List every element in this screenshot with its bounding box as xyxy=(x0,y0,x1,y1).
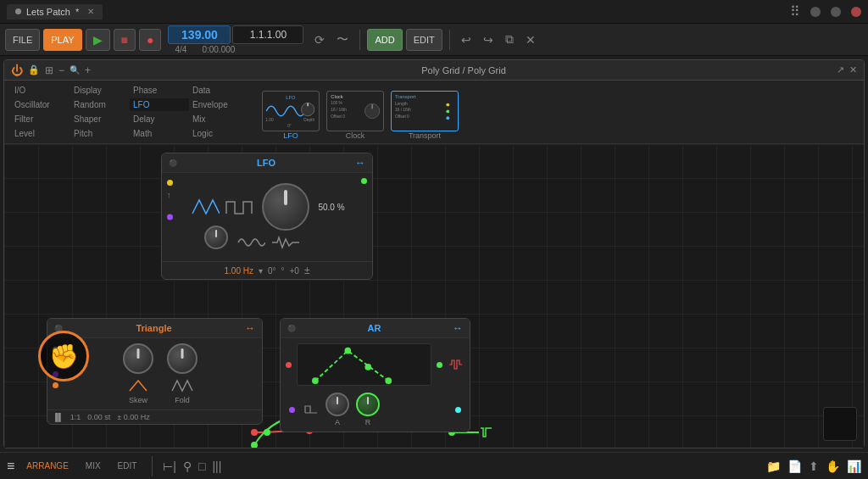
triangle-wave-icon[interactable] xyxy=(189,197,220,217)
fold-knob[interactable] xyxy=(167,343,198,374)
status-loop-icon[interactable]: □ xyxy=(198,460,205,473)
play-mode-button[interactable]: PLAY xyxy=(43,29,81,51)
nav-shaper[interactable]: Shaper xyxy=(70,113,130,125)
close-button[interactable] xyxy=(851,7,861,17)
custom-wave-icon[interactable] xyxy=(269,232,299,253)
lfo-hz-value[interactable]: 1.00 Hz xyxy=(224,266,253,276)
nav-io[interactable]: I/O xyxy=(11,84,70,97)
status-folder-icon[interactable]: 📁 xyxy=(766,460,781,473)
nav-random[interactable]: Random xyxy=(70,98,130,111)
record-button[interactable]: ● xyxy=(139,29,161,51)
wave-icon[interactable]: 〜 xyxy=(332,30,353,50)
lfo-depth-knob[interactable] xyxy=(262,183,309,231)
tri-connector-orange[interactable] xyxy=(53,382,58,388)
copy-button[interactable]: ⧉ xyxy=(501,30,518,49)
nav-display[interactable]: Display xyxy=(70,84,130,97)
add-button[interactable]: ADD xyxy=(367,29,402,51)
nav-data[interactable]: Data xyxy=(189,84,248,97)
status-hand-icon[interactable]: ✋ xyxy=(826,460,840,473)
ar-module-arrow[interactable]: ↔ xyxy=(453,322,463,334)
nav-oscillator[interactable]: Oscillator xyxy=(11,98,70,111)
status-doc-icon[interactable]: 📄 xyxy=(787,460,802,473)
zoom-in-button[interactable]: + xyxy=(85,64,91,76)
status-link-icon[interactable]: ⚲ xyxy=(183,460,192,473)
app-tab[interactable]: Lets Patch * ✕ xyxy=(7,4,103,19)
undo-button[interactable]: ↩ xyxy=(457,31,476,49)
maximize-button[interactable] xyxy=(831,7,841,17)
tempo-display[interactable]: 139.00 xyxy=(168,25,231,44)
lfo-connector-yellow[interactable] xyxy=(167,180,173,186)
power-button[interactable]: ⏻ xyxy=(11,64,23,77)
clock-thumbnail-group[interactable]: Clock 100 % 16 / 16th Offset 0 Clock xyxy=(326,91,384,140)
edit-button[interactable]: EDIT xyxy=(406,29,442,51)
transport-thumbnail-group[interactable]: Transport Length 16 / 16th Offset 0 Tran… xyxy=(391,91,459,140)
time-display: 0:00.000 xyxy=(195,45,242,54)
tri-ratio[interactable]: 1:1 xyxy=(70,413,81,421)
lfo-module-arrow[interactable]: ↔ xyxy=(355,157,365,169)
loop-icon[interactable]: ⟳ xyxy=(310,31,329,49)
lfo-small-knob-wrapper[interactable] xyxy=(204,226,228,249)
edit-tab[interactable]: EDIT xyxy=(113,460,142,472)
status-grid-icon[interactable]: ||| xyxy=(212,460,221,473)
lfo-thumbnail-group[interactable]: LFO 1.00 0° Depth LFO xyxy=(262,91,320,140)
transport-thumbnail[interactable]: Transport Length 16 / 16th Offset 0 xyxy=(391,91,459,131)
plugin-expand-button[interactable]: ↗ xyxy=(837,64,844,75)
lfo-connector-purple[interactable] xyxy=(167,214,173,220)
nav-delay[interactable]: Delay xyxy=(130,113,189,125)
nav-lfo[interactable]: LFO xyxy=(130,98,189,111)
zoom-out-button[interactable]: − xyxy=(58,64,64,76)
attack-knob[interactable] xyxy=(326,393,349,416)
stop-button[interactable]: ■ xyxy=(114,29,136,51)
nav-math[interactable]: Math xyxy=(130,127,189,140)
tab-label: Lets Patch xyxy=(26,7,70,17)
clock-thumbnail[interactable]: Clock 100 % 16 / 16th Offset 0 xyxy=(326,91,384,131)
plugin-close-button[interactable]: ✕ xyxy=(849,64,857,75)
release-knob[interactable] xyxy=(356,393,380,416)
nav-logic[interactable]: Logic xyxy=(189,127,248,140)
lfo-thumbnail[interactable]: LFO 1.00 0° Depth xyxy=(262,91,320,131)
transport-top: 139.00 1.1.1.00 xyxy=(168,25,303,44)
lfo-phase-value[interactable]: 0° xyxy=(268,266,276,276)
lfo-connector-green-out[interactable] xyxy=(361,178,367,184)
release-label: R xyxy=(365,418,371,426)
lfo-small-knob[interactable] xyxy=(204,226,228,249)
status-menu-icon[interactable]: ≡ xyxy=(7,459,14,474)
ar-input-red[interactable] xyxy=(286,362,292,368)
nav-filter[interactable]: Filter xyxy=(11,113,70,125)
status-bars-icon[interactable]: 📊 xyxy=(847,460,861,473)
square-wave-icon[interactable] xyxy=(223,197,253,217)
skew-knob[interactable] xyxy=(123,343,153,374)
nav-pitch[interactable]: Pitch xyxy=(70,127,130,140)
minimize-button[interactable] xyxy=(810,7,821,17)
nav-mix[interactable]: Mix xyxy=(189,113,248,125)
window-controls: ⠿ xyxy=(790,3,861,19)
status-beat-icon[interactable]: ⊢| xyxy=(163,460,176,473)
triangle-module-arrow[interactable]: ↔ xyxy=(245,322,255,334)
arrange-tab[interactable]: ARRANGE xyxy=(21,460,73,472)
grid-button[interactable]: ⊞ xyxy=(45,64,53,76)
tri-hz-offset[interactable]: ± 0.00 Hz xyxy=(117,413,149,421)
tri-semitones[interactable]: 0.00 st xyxy=(87,413,110,421)
nav-phase[interactable]: Phase xyxy=(130,84,189,97)
sine-wave-icon[interactable] xyxy=(235,232,265,253)
mix-tab[interactable]: MIX xyxy=(81,460,106,472)
nav-level[interactable]: Level xyxy=(11,127,70,140)
fold-knob-group: Fold xyxy=(167,343,198,404)
delete-button[interactable]: ✕ xyxy=(521,31,540,49)
play-button[interactable]: ▶ xyxy=(86,29,110,51)
lfo-bottom-row: 1.00 Hz ▾ 0° ° +0 ± xyxy=(162,261,372,279)
file-button[interactable]: FILE xyxy=(5,29,40,51)
lfo-module: ⚫ LFO ↔ ↑ xyxy=(161,153,373,280)
ar-left-connector[interactable] xyxy=(289,407,295,413)
status-export-icon[interactable]: ⬆ xyxy=(809,460,819,473)
lock-button[interactable]: 🔒 xyxy=(28,64,40,75)
ar-output-green[interactable] xyxy=(437,362,442,368)
tab-close-icon[interactable]: ✕ xyxy=(87,7,94,16)
lfo-hz-dropdown[interactable]: ▾ xyxy=(259,266,263,276)
lfo-plus-minus[interactable]: ± xyxy=(304,265,310,276)
lfo-offset-value[interactable]: +0 xyxy=(290,266,299,276)
redo-button[interactable]: ↪ xyxy=(479,31,498,49)
nav-envelope[interactable]: Envelope xyxy=(189,98,248,111)
ar-right-connector-cyan[interactable] xyxy=(455,407,461,413)
svg-point-29 xyxy=(364,364,371,370)
